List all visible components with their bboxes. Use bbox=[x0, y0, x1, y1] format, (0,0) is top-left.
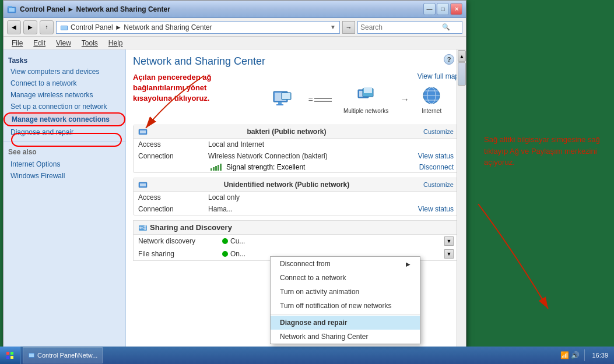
help-button[interactable]: ? bbox=[444, 54, 454, 65]
svg-rect-2 bbox=[8, 6, 12, 8]
svg-rect-23 bbox=[140, 183, 146, 186]
dropdown-arrow-icon[interactable]: ▼ bbox=[330, 24, 336, 30]
taskbar: Control Panel\Netw... 📶 🔊 16:39 bbox=[0, 347, 614, 364]
menu-bar: File Edit View Tools Help bbox=[3, 37, 466, 50]
ctx-diagnose-repair[interactable]: Diagnose and repair bbox=[271, 316, 420, 330]
connect-network-link[interactable]: Connect to a network bbox=[3, 77, 125, 89]
ctx-sharing-center[interactable]: Network and Sharing Center bbox=[271, 330, 420, 344]
svg-point-25 bbox=[139, 227, 142, 229]
windows-firewall-link[interactable]: Windows Firewall bbox=[3, 170, 125, 182]
internet-label: Internet bbox=[422, 108, 441, 114]
manage-wireless-link[interactable]: Manage wireless networks bbox=[3, 89, 125, 101]
network-header-unidentified: Unidentified network (Public network) Cu… bbox=[134, 178, 458, 192]
forward-button[interactable]: ▶ bbox=[23, 20, 37, 34]
sidebar: Tasks View computers and devices Connect… bbox=[3, 50, 126, 361]
diagnose-repair-link[interactable]: Diagnose and repair bbox=[3, 126, 125, 138]
taskbar-time: 16:39 bbox=[590, 352, 611, 359]
access-row-bakteri: Access Local and Internet bbox=[134, 139, 458, 150]
go-button[interactable]: → bbox=[342, 21, 355, 34]
scrollbar[interactable]: ▲ ▼ bbox=[457, 50, 466, 361]
close-button[interactable]: ✕ bbox=[450, 3, 462, 15]
ctx-connect-network[interactable]: Connect to a network bbox=[271, 271, 420, 285]
multiple-networks-icon-group: Multiple networks bbox=[343, 85, 388, 114]
address-bar: ◀ ▶ ↑ Control Panel ► Network and Sharin… bbox=[3, 18, 466, 37]
svg-rect-37 bbox=[29, 354, 34, 357]
connection-label: Connection bbox=[138, 152, 208, 160]
svg-rect-32 bbox=[6, 352, 9, 355]
maximize-button[interactable]: □ bbox=[437, 3, 449, 15]
back-button[interactable]: ◀ bbox=[7, 20, 21, 34]
svg-rect-34 bbox=[6, 356, 9, 359]
svg-rect-7 bbox=[278, 102, 282, 104]
pc-icon-group bbox=[272, 89, 297, 110]
taskbar-divider bbox=[584, 349, 585, 361]
window-title: Control Panel ► Network and Sharing Cent… bbox=[20, 5, 423, 13]
network-arrow: → bbox=[400, 94, 409, 105]
internet-icon-group: Internet bbox=[421, 85, 442, 114]
access-label2: Access bbox=[138, 193, 208, 202]
ctx-disconnect-from[interactable]: Disconnect from ▶ bbox=[271, 257, 420, 271]
taskbar-right: 📶 🔊 16:39 bbox=[560, 349, 614, 361]
connection-label2: Connection bbox=[138, 205, 208, 213]
see-also-label: See also bbox=[3, 146, 125, 158]
svg-rect-14 bbox=[364, 87, 372, 93]
network-discovery-expand[interactable]: ▼ bbox=[444, 236, 454, 246]
menu-file[interactable]: File bbox=[7, 38, 27, 48]
taskbar-window-icon bbox=[28, 352, 35, 359]
setup-connection-link[interactable]: Set up a connection or network bbox=[3, 101, 125, 112]
context-menu: Disconnect from ▶ Connect to a network T… bbox=[270, 256, 420, 344]
search-box: 🔍 bbox=[357, 21, 462, 34]
svg-rect-33 bbox=[10, 352, 13, 355]
network-section-unidentified: Unidentified network (Public network) Cu… bbox=[133, 178, 459, 215]
manage-connections-link[interactable]: Manage network connections bbox=[3, 112, 125, 126]
sharing-header[interactable]: Sharing and Discovery bbox=[134, 221, 458, 235]
menu-help[interactable]: Help bbox=[104, 38, 128, 48]
ctx-notification-off[interactable]: Turn off notification of new networks bbox=[271, 299, 420, 313]
signal-bars bbox=[210, 164, 222, 171]
signal-row-bakteri: Signal strength: Excellent Disconnect bbox=[134, 162, 458, 172]
volume-tray-icon[interactable]: 🔊 bbox=[571, 351, 580, 359]
network-tray-icon[interactable]: 📶 bbox=[560, 351, 569, 359]
connection-row-unidentified: Connection Hama... View status bbox=[134, 203, 458, 215]
multiple-networks-label: Multiple networks bbox=[343, 108, 388, 114]
svg-rect-10 bbox=[282, 93, 290, 99]
file-sharing-label: File sharing bbox=[138, 250, 220, 258]
network-header-bakteri: bakteri (Public network) Customize bbox=[134, 125, 458, 139]
access-row-unidentified: Access Local only bbox=[134, 192, 458, 203]
ctx-activity-animation[interactable]: Turn on activity animation bbox=[271, 285, 420, 299]
network-section-bakteri: bakteri (Public network) Customize Acces… bbox=[133, 125, 459, 173]
svg-rect-1 bbox=[9, 8, 15, 12]
search-icon[interactable]: 🔍 bbox=[442, 23, 450, 31]
address-text: Control Panel ► Network and Sharing Cent… bbox=[71, 23, 212, 31]
menu-tools[interactable]: Tools bbox=[77, 38, 103, 48]
view-status-link-unidentified[interactable]: View status bbox=[418, 205, 454, 213]
view-full-map-link[interactable]: View full map bbox=[244, 72, 459, 80]
network-discovery-status-dot bbox=[222, 238, 228, 244]
svg-rect-8 bbox=[276, 104, 283, 105]
menu-view[interactable]: View bbox=[51, 38, 76, 48]
sharing-icon bbox=[138, 224, 148, 232]
customize-link-bakteri[interactable]: Customize bbox=[423, 128, 454, 135]
sharing-title: Sharing and Discovery bbox=[150, 223, 232, 232]
minimize-button[interactable]: — bbox=[423, 3, 436, 15]
network-discovery-value: Cu... bbox=[230, 237, 245, 245]
svg-point-27 bbox=[144, 228, 146, 230]
search-input[interactable] bbox=[360, 23, 442, 31]
start-button[interactable] bbox=[0, 347, 20, 364]
connection-value: Wireless Network Connection (bakteri) bbox=[208, 152, 418, 160]
tasks-title: Tasks bbox=[3, 54, 125, 66]
sidebar-divider bbox=[3, 142, 125, 142]
taskbar-window-item[interactable]: Control Panel\Netw... bbox=[23, 347, 103, 363]
menu-edit[interactable]: Edit bbox=[29, 38, 50, 48]
equals-icon: = bbox=[308, 95, 313, 104]
up-button[interactable]: ↑ bbox=[40, 20, 54, 34]
address-path[interactable]: Control Panel ► Network and Sharing Cent… bbox=[56, 21, 340, 34]
internet-options-link[interactable]: Internet Options bbox=[3, 158, 125, 170]
disconnect-link-bakteri[interactable]: Disconnect bbox=[419, 163, 454, 171]
view-status-link-bakteri[interactable]: View status bbox=[418, 152, 454, 160]
customize-link-unidentified[interactable]: Customize bbox=[423, 181, 454, 188]
file-sharing-expand[interactable]: ▼ bbox=[444, 249, 454, 259]
view-computers-link[interactable]: View computers and devices bbox=[3, 66, 125, 77]
access-value2: Local only bbox=[208, 193, 454, 202]
ctx-arrow-icon: ▶ bbox=[406, 261, 410, 267]
